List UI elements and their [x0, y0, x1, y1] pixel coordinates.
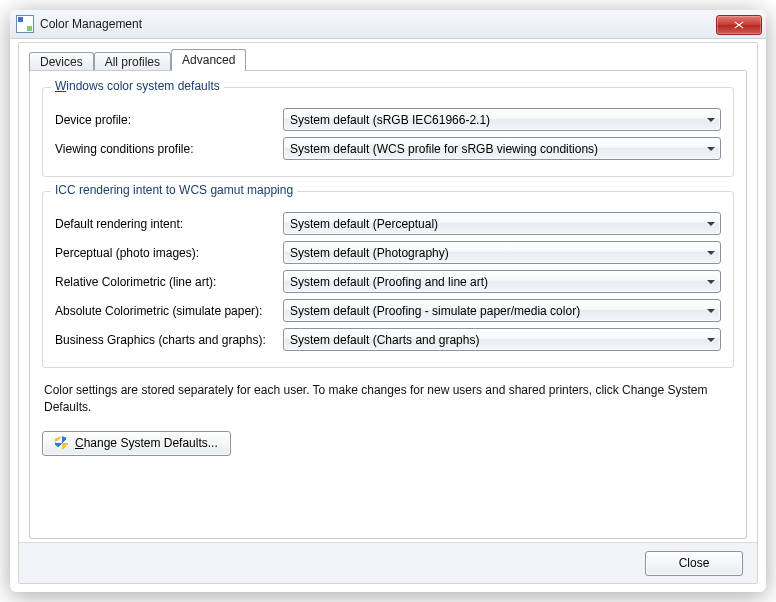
chevron-down-icon: [702, 242, 720, 263]
window-frame: Color Management Devices All profiles Ad…: [10, 10, 766, 592]
titlebar[interactable]: Color Management: [10, 10, 766, 39]
chevron-down-icon: [702, 300, 720, 321]
chevron-down-icon: [702, 271, 720, 292]
label-perceptual: Perceptual (photo images):: [55, 246, 283, 260]
app-icon: [16, 15, 34, 33]
tabpage-advanced: Windows color system defaults Device pro…: [29, 70, 747, 539]
combo-default-intent[interactable]: System default (Perceptual): [283, 212, 721, 235]
close-icon: [734, 21, 744, 29]
label-default-intent: Default rendering intent:: [55, 217, 283, 231]
window-close-button[interactable]: [716, 15, 762, 35]
group-legend-icc: ICC rendering intent to WCS gamut mappin…: [51, 183, 297, 197]
combo-business[interactable]: System default (Charts and graphs): [283, 328, 721, 351]
chevron-down-icon: [702, 329, 720, 350]
tab-strip: Devices All profiles Advanced: [29, 49, 246, 71]
tab-devices[interactable]: Devices: [29, 52, 94, 72]
label-relative: Relative Colorimetric (line art):: [55, 275, 283, 289]
close-button[interactable]: Close: [645, 551, 743, 576]
window-title: Color Management: [40, 17, 716, 31]
shield-icon: [55, 436, 69, 450]
combo-absolute[interactable]: System default (Proofing - simulate pape…: [283, 299, 721, 322]
label-business: Business Graphics (charts and graphs):: [55, 333, 283, 347]
tab-advanced[interactable]: Advanced: [171, 49, 246, 71]
group-icc-rendering: ICC rendering intent to WCS gamut mappin…: [42, 191, 734, 368]
client-area: Devices All profiles Advanced Windows co…: [18, 42, 758, 584]
tab-all-profiles[interactable]: All profiles: [94, 52, 171, 72]
chevron-down-icon: [702, 138, 720, 159]
combo-perceptual[interactable]: System default (Photography): [283, 241, 721, 264]
change-system-defaults-button[interactable]: Change System Defaults...: [42, 431, 231, 456]
chevron-down-icon: [702, 213, 720, 234]
combo-relative[interactable]: System default (Proofing and line art): [283, 270, 721, 293]
bottom-bar: Close: [19, 542, 757, 583]
note-text: Color settings are stored separately for…: [44, 382, 732, 417]
combo-viewing-conditions[interactable]: System default (WCS profile for sRGB vie…: [283, 137, 721, 160]
label-viewing-conditions: Viewing conditions profile:: [55, 142, 283, 156]
group-windows-color-defaults: Windows color system defaults Device pro…: [42, 87, 734, 177]
combo-device-profile[interactable]: System default (sRGB IEC61966-2.1): [283, 108, 721, 131]
group-legend-windows-defaults: Windows color system defaults: [51, 79, 224, 93]
label-absolute: Absolute Colorimetric (simulate paper):: [55, 304, 283, 318]
label-device-profile: Device profile:: [55, 113, 283, 127]
chevron-down-icon: [702, 109, 720, 130]
